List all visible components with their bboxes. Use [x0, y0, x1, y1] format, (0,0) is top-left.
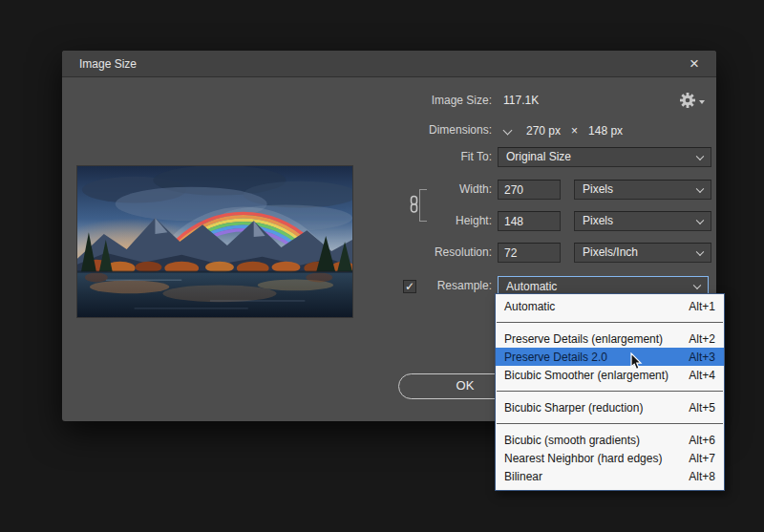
fit-to-value: Original Size [506, 150, 571, 163]
chevron-down-icon [693, 282, 701, 289]
menu-separator [497, 322, 723, 323]
dialog-titlebar[interactable]: Image Size × [62, 51, 716, 77]
chevron-down-icon [696, 247, 704, 255]
gear-icon [679, 92, 696, 109]
resolution-unit-value: Pixels/Inch [583, 245, 638, 259]
height-label: Height: [301, 214, 492, 227]
dialog-title: Image Size [79, 51, 137, 77]
dimensions-value: 270 px × 148 px [526, 123, 623, 138]
menu-separator [497, 423, 723, 424]
settings-button[interactable] [679, 92, 708, 111]
screen-background: Image Size × [0, 0, 764, 532]
mouse-cursor [630, 352, 644, 375]
resolution-input[interactable] [498, 243, 561, 263]
menu-separator [497, 391, 723, 392]
fit-to-select[interactable]: Original Size [498, 147, 711, 167]
gear-caret-icon [699, 100, 705, 104]
image-size-label: Image Size: [301, 94, 492, 107]
menu-item-bilinear[interactable]: Bilinear Alt+8 [496, 467, 724, 485]
image-size-value: 117.1K [503, 94, 539, 107]
width-unit-value: Pixels [583, 182, 613, 196]
dimensions-times: × [571, 123, 578, 138]
dimensions-height: 148 px [588, 123, 623, 138]
chevron-down-icon [696, 184, 704, 192]
dimensions-label: Dimensions: [301, 123, 492, 137]
menu-item-bicubic-sharper[interactable]: Bicubic Sharper (reduction) Alt+5 [496, 398, 724, 416]
close-icon[interactable]: × [680, 51, 709, 77]
chevron-down-icon [696, 152, 704, 160]
resolution-unit-select[interactable]: Pixels/Inch [574, 243, 711, 263]
chevron-down-icon [696, 216, 704, 223]
height-input[interactable] [498, 211, 561, 231]
resample-value: Automatic [506, 280, 557, 293]
menu-item-nearest-neighbor[interactable]: Nearest Neighbor (hard edges) Alt+7 [496, 449, 724, 467]
height-unit-value: Pixels [583, 214, 613, 227]
menu-item-preserve-details-2-0[interactable]: Preserve Details 2.0 Alt+3 [496, 348, 724, 366]
width-unit-select[interactable]: Pixels [574, 180, 711, 200]
menu-item-automatic[interactable]: Automatic Alt+1 [496, 297, 724, 315]
menu-item-bicubic-smooth-gradients[interactable]: Bicubic (smooth gradients) Alt+6 [496, 431, 724, 449]
width-input[interactable] [498, 180, 561, 200]
menu-item-preserve-details-enlargement[interactable]: Preserve Details (enlargement) Alt+2 [496, 330, 724, 348]
resample-label: Resample: [301, 279, 492, 292]
fit-to-label: Fit To: [301, 150, 492, 163]
dimensions-width: 270 px [526, 123, 561, 138]
dimensions-chevron-icon[interactable] [503, 126, 513, 136]
height-unit-select[interactable]: Pixels [574, 211, 711, 231]
width-label: Width: [301, 182, 492, 196]
resample-dropdown-menu: Automatic Alt+1 Preserve Details (enlarg… [495, 293, 725, 491]
resolution-label: Resolution: [301, 245, 492, 259]
menu-item-bicubic-smoother[interactable]: Bicubic Smoother (enlargement) Alt+4 [496, 366, 724, 384]
